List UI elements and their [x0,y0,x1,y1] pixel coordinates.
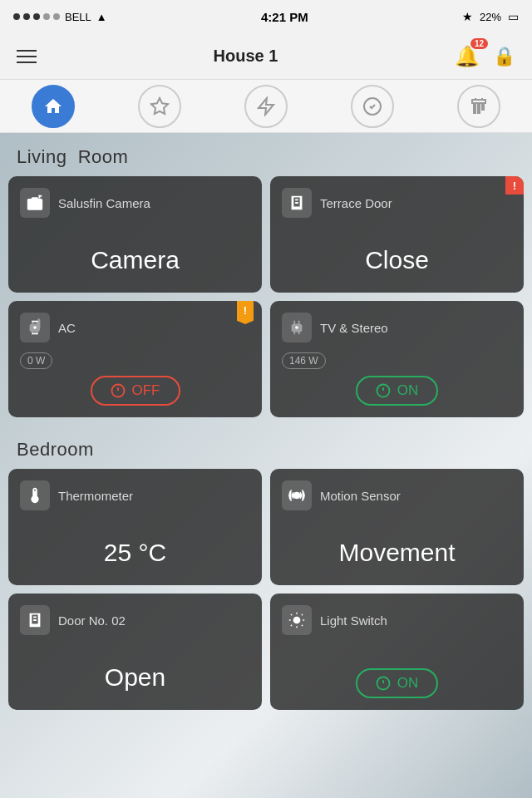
light-switch-name: Light Switch [320,613,387,628]
device-card-camera[interactable]: Salusfin Camera Camera [8,176,262,293]
device-card-terrace-door[interactable]: ! Terrace Door Close [270,176,524,293]
motion-sensor-icon [282,480,312,510]
svg-line-13 [291,614,292,615]
thermometer-icon [20,480,50,510]
notification-badge: 12 [470,38,488,49]
lock-icon[interactable]: 🔒 [493,46,515,67]
thermometer-value: 25 °C [20,532,250,574]
tab-tasks[interactable] [351,85,394,128]
carrier-label: BELL [65,11,91,23]
section-bedroom: Bedroom [0,426,532,469]
ac-header: AC [20,313,250,342]
svg-point-9 [293,492,299,498]
light-switch-power-row: ON [282,645,512,698]
light-switch-header: Light Switch [282,605,512,635]
ac-name: AC [58,321,76,335]
svg-point-6 [295,326,298,329]
status-left: BELL ▲ [13,11,107,23]
tv-stereo-header: TV & Stereo [282,313,512,342]
living-room-grid: Salusfin Camera Camera ! Terrace Door Cl… [0,176,532,426]
tab-bar [0,80,532,133]
thermometer-name: Thermometer [58,489,133,503]
device-card-motion-sensor[interactable]: Motion Sensor Movement [270,469,524,585]
tv-stereo-power-row: 146 W ON [282,352,512,406]
camera-icon [20,188,50,218]
ac-bookmark-badge: ! [237,301,254,324]
light-switch-power-button[interactable]: ON [356,668,439,698]
notification-bell[interactable]: 🔔 12 [455,45,480,68]
battery-icon: ▭ [508,10,519,23]
svg-line-17 [291,625,292,626]
terrace-door-name: Terrace Door [320,196,392,210]
tv-stereo-icon [282,313,312,342]
nav-bar: House 1 🔔 12 🔒 [0,33,532,80]
main-content: Living Room Salusfin Camera Camera ! Ter… [0,133,532,798]
svg-point-10 [293,617,299,623]
terrace-door-value: Close [282,239,512,281]
device-card-thermometer[interactable]: Thermometer 25 °C [8,469,262,585]
tab-home[interactable] [32,85,75,128]
svg-line-14 [302,625,303,626]
camera-header: Salusfin Camera [20,188,250,218]
door-02-name: Door No. 02 [58,613,126,628]
door-icon [282,188,312,218]
status-time: 4:21 PM [261,10,308,24]
door-02-header: Door No. 02 [20,605,250,635]
battery-label: 22% [480,11,501,23]
device-card-light-switch[interactable]: Light Switch ON [270,594,524,710]
thermometer-header: Thermometer [20,480,250,510]
tab-automation[interactable] [244,85,288,128]
ac-icon [20,313,50,342]
motion-sensor-header: Motion Sensor [282,480,512,510]
motion-sensor-value: Movement [282,532,512,574]
bluetooth-icon: ★ [462,10,473,23]
tv-stereo-watts: 146 W [282,352,326,369]
device-card-door-02[interactable]: Door No. 02 Open [8,594,262,710]
signal-dots [13,13,60,20]
camera-value: Camera [20,239,250,281]
nav-actions: 🔔 12 🔒 [455,45,515,68]
door-02-value: Open [20,657,250,698]
ac-power-button[interactable]: OFF [91,376,180,406]
device-card-ac[interactable]: ! AC 0 W OFF [8,301,262,417]
svg-line-18 [302,614,303,615]
wifi-icon: ▲ [96,11,107,23]
tab-history[interactable] [457,85,500,128]
tab-favorites[interactable] [138,85,181,128]
status-right: ★ 22% ▭ [462,10,519,23]
svg-point-3 [33,326,37,329]
door-02-icon [20,605,50,635]
ac-watts: 0 W [20,352,52,369]
ac-power-row: 0 W OFF [20,352,250,406]
bedroom-grid: Thermometer 25 °C Motion Sensor Movement… [0,469,532,718]
terrace-alert-badge: ! [505,176,524,195]
tv-stereo-power-button[interactable]: ON [356,376,439,406]
page-title: House 1 [214,47,278,66]
menu-button[interactable] [17,50,37,63]
device-card-tv-stereo[interactable]: TV & Stereo 146 W ON [270,301,524,417]
status-bar: BELL ▲ 4:21 PM ★ 22% ▭ [0,0,532,33]
camera-name: Salusfin Camera [58,196,150,210]
light-switch-icon [282,605,312,635]
terrace-door-header: Terrace Door [282,188,512,218]
section-living-room: Living Room [0,133,532,176]
svg-rect-2 [39,195,42,197]
motion-sensor-name: Motion Sensor [320,489,401,503]
tv-stereo-name: TV & Stereo [320,321,388,335]
